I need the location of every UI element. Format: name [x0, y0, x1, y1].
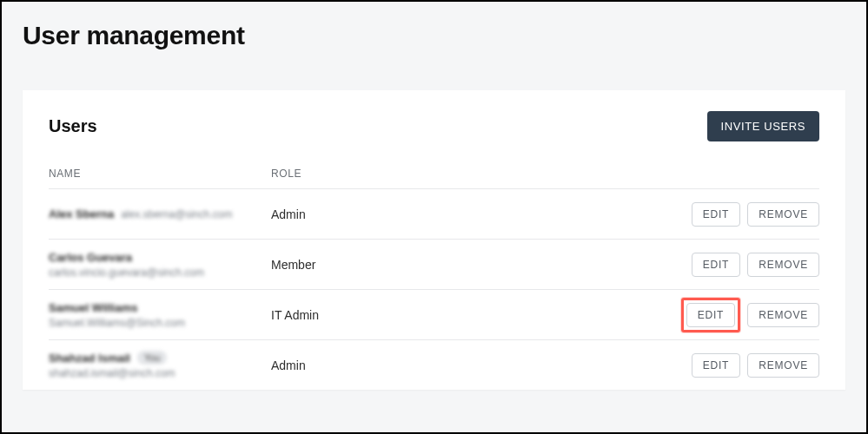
- user-name-cell: Samuel Williams Samuel.Williams@Sinch.co…: [49, 301, 271, 329]
- user-name-cell: Carlos Guevara carlos.vincio.guevara@sin…: [49, 251, 271, 279]
- page-title: User management: [23, 21, 866, 50]
- edit-highlight: EDIT: [681, 298, 741, 332]
- remove-button[interactable]: REMOVE: [747, 202, 819, 227]
- table-row: Carlos Guevara carlos.vincio.guevara@sin…: [49, 239, 819, 289]
- users-card-header: Users INVITE USERS: [23, 90, 845, 152]
- users-card: Users INVITE USERS NAME ROLE Alex Sberna…: [23, 90, 845, 390]
- remove-button[interactable]: REMOVE: [747, 253, 819, 277]
- remove-button[interactable]: REMOVE: [747, 353, 819, 378]
- user-email: carlos.vincio.guevara@sinch.com: [49, 266, 271, 279]
- row-actions: EDIT REMOVE: [692, 253, 819, 277]
- user-email: alex.sberna@sinch.com: [121, 208, 232, 220]
- user-email: Samuel.Williams@Sinch.com: [49, 317, 271, 329]
- user-name: Shahzad Ismail: [49, 352, 130, 365]
- edit-button[interactable]: EDIT: [692, 253, 741, 277]
- users-table-header: NAME ROLE: [49, 152, 819, 188]
- user-role: Admin: [271, 358, 692, 372]
- user-name: Carlos Guevara: [49, 251, 132, 264]
- users-table: NAME ROLE Alex Sberna alex.sberna@sinch.…: [23, 152, 845, 390]
- you-badge: You: [137, 351, 168, 365]
- user-name-cell: Shahzad Ismail You shahzad.ismail@sinch.…: [49, 351, 271, 379]
- user-name-cell: Alex Sberna alex.sberna@sinch.com: [49, 207, 271, 220]
- row-actions: EDIT REMOVE: [692, 202, 819, 227]
- edit-button[interactable]: EDIT: [686, 303, 736, 327]
- col-header-role: ROLE: [271, 168, 301, 180]
- user-role: Admin: [271, 207, 692, 221]
- edit-button[interactable]: EDIT: [692, 353, 741, 378]
- row-actions: EDIT REMOVE: [681, 298, 819, 332]
- user-name: Alex Sberna: [49, 207, 114, 220]
- col-header-name: NAME: [49, 168, 271, 180]
- table-row: Alex Sberna alex.sberna@sinch.com Admin …: [49, 188, 819, 239]
- remove-button[interactable]: REMOVE: [747, 303, 819, 327]
- table-row: Samuel Williams Samuel.Williams@Sinch.co…: [49, 289, 819, 339]
- table-row: Shahzad Ismail You shahzad.ismail@sinch.…: [49, 339, 819, 390]
- edit-button[interactable]: EDIT: [692, 202, 741, 227]
- user-email: shahzad.ismail@sinch.com: [49, 367, 271, 379]
- row-actions: EDIT REMOVE: [692, 353, 819, 378]
- users-card-title: Users: [49, 116, 97, 136]
- user-name: Samuel Williams: [49, 301, 137, 314]
- user-role: Member: [271, 258, 692, 272]
- user-role: IT Admin: [271, 308, 681, 322]
- invite-users-button[interactable]: INVITE USERS: [707, 111, 820, 141]
